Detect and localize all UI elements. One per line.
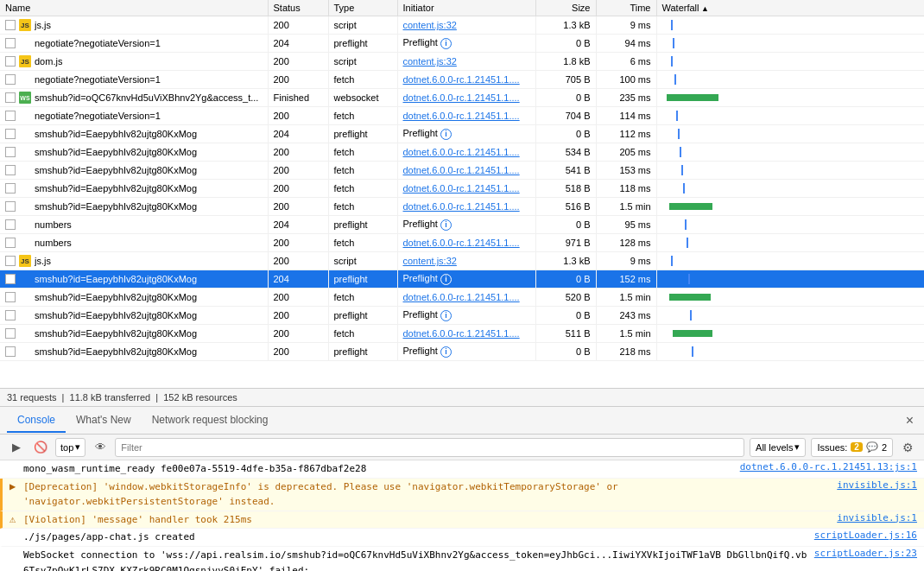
- table-row[interactable]: negotiate?negotiateVersion=1204preflight…: [0, 35, 924, 53]
- table-row[interactable]: WSsmshub?id=oQC67knvHd5uViXBhnv2Yg&acces…: [0, 89, 924, 107]
- table-row[interactable]: numbers204preflightPreflight i0 B95 ms: [0, 216, 924, 234]
- cell-waterfall: [656, 53, 924, 71]
- row-checkbox[interactable]: [5, 219, 16, 230]
- table-row[interactable]: negotiate?negotiateVersion=1200fetchdotn…: [0, 107, 924, 125]
- info-icon[interactable]: i: [440, 310, 452, 321]
- initiator-link[interactable]: dotnet.6.0.0-rc.1.21451.1....: [403, 328, 520, 339]
- row-checkbox[interactable]: [5, 328, 16, 339]
- cell-type: fetch: [328, 180, 397, 198]
- issues-button[interactable]: Issues: 2 💬 2: [811, 438, 893, 457]
- levels-selector[interactable]: All levels ▾: [750, 438, 806, 457]
- table-row[interactable]: negotiate?negotiateVersion=1200fetchdotn…: [0, 71, 924, 89]
- row-source[interactable]: invisible.js:1: [830, 479, 917, 491]
- table-row[interactable]: smshub?id=EaepybhIv82ujtg80KxMog204prefl…: [0, 125, 924, 143]
- initiator-link[interactable]: dotnet.6.0.0-rc.1.21451.1....: [403, 111, 520, 121]
- cell-status: 200: [268, 343, 328, 361]
- col-header-time[interactable]: Time: [596, 0, 656, 16]
- close-console-button[interactable]: ×: [902, 409, 917, 432]
- initiator-link[interactable]: dotnet.6.0.0-rc.1.21451.1....: [403, 201, 520, 212]
- col-header-status[interactable]: Status: [268, 0, 328, 16]
- cell-time: 235 ms: [596, 89, 656, 107]
- initiator-link[interactable]: dotnet.6.0.0-rc.1.21451.1....: [403, 165, 520, 175]
- info-icon[interactable]: i: [440, 38, 452, 49]
- row-checkbox[interactable]: [5, 147, 16, 157]
- initiator-link[interactable]: dotnet.6.0.0-rc.1.21451.1....: [403, 238, 520, 248]
- row-source[interactable]: scriptLoader.js:16: [807, 530, 917, 541]
- row-source[interactable]: scriptLoader.js:23: [807, 548, 917, 559]
- table-row[interactable]: smshub?id=EaepybhIv82ujtg80KxMog200fetch…: [0, 198, 924, 216]
- initiator-link[interactable]: content.js:32: [403, 20, 457, 30]
- table-row[interactable]: smshub?id=EaepybhIv82ujtg80KxMog200fetch…: [0, 289, 924, 307]
- row-checkbox[interactable]: [5, 310, 16, 320]
- row-checkbox[interactable]: [5, 274, 16, 284]
- waterfall-tick: [687, 238, 688, 248]
- execute-button[interactable]: ▶: [7, 438, 26, 457]
- waterfall-bar-container: [662, 73, 920, 86]
- waterfall-bar-container: [662, 127, 920, 141]
- row-checkbox[interactable]: [5, 238, 16, 248]
- settings-button[interactable]: ⚙: [898, 438, 917, 457]
- row-source[interactable]: invisible.js:1: [830, 512, 917, 523]
- cell-initiator: content.js:32: [397, 16, 535, 35]
- table-row[interactable]: smshub?id=EaepybhIv82ujtg80KxMog200fetch…: [0, 325, 924, 343]
- row-checkbox[interactable]: [5, 292, 16, 302]
- filter-input[interactable]: [115, 438, 744, 457]
- initiator-link[interactable]: dotnet.6.0.0-rc.1.21451.1....: [403, 183, 520, 194]
- row-checkbox[interactable]: [5, 256, 16, 266]
- table-row[interactable]: JSjs.js200scriptcontent.js:321.3 kB9 ms: [0, 16, 924, 35]
- table-row[interactable]: numbers200fetchdotnet.6.0.0-rc.1.21451.1…: [0, 234, 924, 252]
- table-row[interactable]: JSdom.js200scriptcontent.js:321.8 kB6 ms: [0, 53, 924, 71]
- row-checkbox[interactable]: [5, 346, 16, 357]
- row-checkbox[interactable]: [5, 92, 16, 103]
- cell-size: 541 B: [535, 162, 596, 180]
- js-icon: JS: [19, 255, 31, 267]
- col-header-name[interactable]: Name: [0, 0, 268, 16]
- row-checkbox[interactable]: [5, 38, 16, 48]
- table-row[interactable]: smshub?id=EaepybhIv82ujtg80KxMog200prefl…: [0, 343, 924, 361]
- tab-whats-new[interactable]: What's New: [66, 409, 142, 433]
- col-header-type[interactable]: Type: [328, 0, 397, 16]
- table-row[interactable]: smshub?id=EaepybhIv82ujtg80KxMog200fetch…: [0, 143, 924, 162]
- initiator-link[interactable]: dotnet.6.0.0-rc.1.21451.1....: [403, 292, 520, 302]
- table-row[interactable]: smshub?id=EaepybhIv82ujtg80KxMog200prefl…: [0, 307, 924, 325]
- tab-network-request-blocking[interactable]: Network request blocking: [142, 409, 279, 433]
- row-checkbox[interactable]: [5, 183, 16, 194]
- row-text-label: WebSocket connection to 'wss://api.reals…: [23, 549, 807, 571]
- initiator-link[interactable]: dotnet.6.0.0-rc.1.21451.1....: [403, 92, 520, 103]
- info-icon[interactable]: i: [440, 346, 452, 358]
- tab-console[interactable]: Console: [7, 409, 66, 433]
- info-icon[interactable]: i: [440, 274, 452, 285]
- table-row[interactable]: smshub?id=EaepybhIv82ujtg80KxMog200fetch…: [0, 162, 924, 180]
- row-checkbox[interactable]: [5, 165, 16, 175]
- row-checkbox[interactable]: [5, 20, 16, 30]
- row-checkbox[interactable]: [5, 129, 16, 139]
- row-source[interactable]: dotnet.6.0.0-rc.1.21451.13:js:1: [733, 461, 917, 473]
- eye-button[interactable]: 👁: [91, 438, 110, 457]
- col-header-size[interactable]: Size: [535, 0, 596, 16]
- initiator-link[interactable]: dotnet.6.0.0-rc.1.21451.1....: [403, 147, 520, 157]
- info-icon[interactable]: i: [440, 129, 452, 140]
- clear-button[interactable]: 🚫: [31, 438, 50, 457]
- col-header-waterfall[interactable]: Waterfall: [656, 0, 924, 16]
- context-selector[interactable]: top ▾: [55, 438, 85, 457]
- cell-waterfall: [656, 180, 924, 198]
- table-row[interactable]: smshub?id=EaepybhIv82ujtg80KxMog204prefl…: [0, 270, 924, 289]
- table-row[interactable]: JSjs.js200scriptcontent.js:321.3 kB9 ms: [0, 252, 924, 270]
- col-header-initiator[interactable]: Initiator: [397, 0, 535, 16]
- initiator-link[interactable]: content.js:32: [403, 256, 457, 266]
- cell-type: fetch: [328, 325, 397, 343]
- console-toolbar: ▶ 🚫 top ▾ 👁 All levels ▾ Issues: 2 💬 2 ⚙: [0, 435, 924, 460]
- cell-time: 243 ms: [596, 307, 656, 325]
- row-checkbox[interactable]: [5, 56, 16, 67]
- row-checkbox[interactable]: [5, 74, 16, 85]
- cell-initiator: dotnet.6.0.0-rc.1.21451.1....: [397, 325, 535, 343]
- row-checkbox[interactable]: [5, 111, 16, 121]
- cell-waterfall: [656, 16, 924, 35]
- table-row[interactable]: smshub?id=EaepybhIv82ujtg80KxMog200fetch…: [0, 180, 924, 198]
- initiator-link[interactable]: content.js:32: [403, 56, 457, 67]
- initiator-link[interactable]: dotnet.6.0.0-rc.1.21451.1....: [403, 74, 520, 85]
- file-name: numbers: [35, 238, 72, 248]
- row-checkbox[interactable]: [5, 201, 16, 212]
- info-icon[interactable]: i: [440, 219, 452, 231]
- cell-waterfall: [656, 143, 924, 162]
